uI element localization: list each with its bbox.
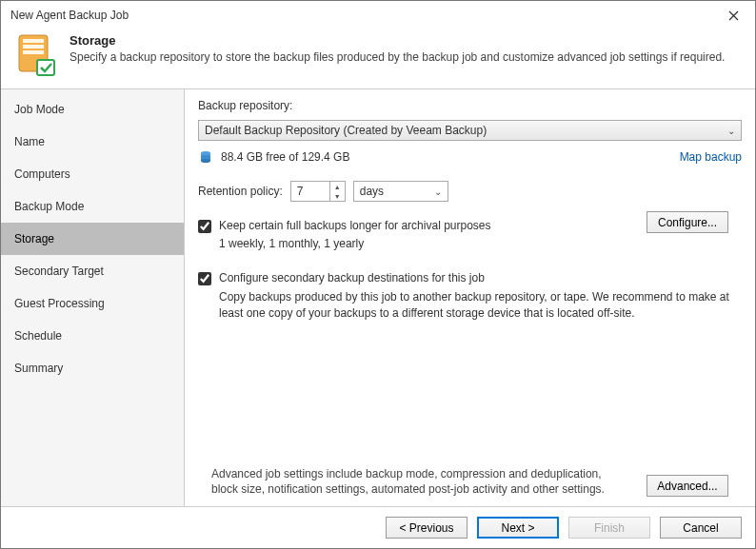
- advanced-button[interactable]: Advanced...: [647, 475, 728, 497]
- spinner-up-icon[interactable]: ▲: [330, 182, 345, 191]
- next-button[interactable]: Next >: [477, 517, 559, 539]
- sidebar-item-schedule[interactable]: Schedule: [1, 320, 184, 352]
- cancel-button[interactable]: Cancel: [660, 517, 742, 539]
- keep-full-label: Keep certain full backups longer for arc…: [219, 219, 491, 232]
- sidebar-item-job-mode[interactable]: Job Mode: [1, 93, 184, 126]
- sidebar-item-secondary-target[interactable]: Secondary Target: [1, 255, 184, 287]
- chevron-down-icon: ⌄: [434, 186, 442, 197]
- chevron-down-icon: ⌄: [727, 126, 735, 136]
- svg-rect-2: [23, 45, 44, 49]
- backup-repository-value: Default Backup Repository (Created by Ve…: [205, 124, 487, 137]
- retention-value: 7: [297, 185, 304, 198]
- banner-title: Storage: [70, 33, 725, 48]
- keep-full-checkbox[interactable]: [198, 220, 211, 233]
- storage-icon: [14, 33, 58, 77]
- svg-rect-4: [37, 60, 54, 75]
- close-icon[interactable]: [719, 1, 747, 29]
- previous-button[interactable]: < Previous: [386, 517, 468, 539]
- secondary-destinations-label: Configure secondary backup destinations …: [219, 271, 485, 284]
- retention-label: Retention policy:: [198, 185, 283, 198]
- map-backup-link[interactable]: Map backup: [680, 150, 742, 164]
- titlebar: New Agent Backup Job: [1, 1, 755, 29]
- sidebar-item-summary[interactable]: Summary: [1, 352, 184, 384]
- secondary-destinations-description: Copy backups produced by this job to ano…: [219, 289, 742, 322]
- retention-units-value: days: [360, 185, 384, 198]
- sidebar-item-guest-processing[interactable]: Guest Processing: [1, 287, 184, 320]
- keep-full-schedule: 1 weekly, 1 monthly, 1 yearly: [219, 237, 742, 250]
- svg-rect-1: [23, 39, 44, 43]
- sidebar-item-computers[interactable]: Computers: [1, 158, 184, 190]
- sidebar: Job Mode Name Computers Backup Mode Stor…: [1, 89, 185, 506]
- backup-repository-label: Backup repository:: [198, 99, 742, 112]
- advanced-description: Advanced job settings include backup mod…: [211, 466, 618, 497]
- retention-spinner[interactable]: 7 ▲ ▼: [290, 181, 346, 202]
- backup-repository-dropdown[interactable]: Default Backup Repository (Created by Ve…: [198, 120, 742, 141]
- free-space-text: 88.4 GB free of 129.4 GB: [221, 150, 349, 164]
- footer: < Previous Next > Finish Cancel: [1, 506, 755, 548]
- secondary-destinations-checkbox[interactable]: [198, 272, 211, 285]
- finish-button[interactable]: Finish: [568, 517, 650, 539]
- svg-point-9: [201, 159, 210, 163]
- window-title: New Agent Backup Job: [10, 9, 719, 22]
- sidebar-item-backup-mode[interactable]: Backup Mode: [1, 190, 184, 223]
- banner-subtitle: Specify a backup repository to store the…: [70, 50, 725, 64]
- sidebar-item-storage[interactable]: Storage: [1, 223, 184, 255]
- sidebar-item-name[interactable]: Name: [1, 126, 184, 158]
- disk-icon: [198, 150, 213, 164]
- svg-rect-3: [23, 50, 44, 54]
- banner: Storage Specify a backup repository to s…: [1, 29, 755, 88]
- spinner-down-icon[interactable]: ▼: [330, 191, 345, 201]
- configure-button[interactable]: Configure...: [647, 211, 728, 233]
- retention-units-dropdown[interactable]: days ⌄: [353, 181, 448, 202]
